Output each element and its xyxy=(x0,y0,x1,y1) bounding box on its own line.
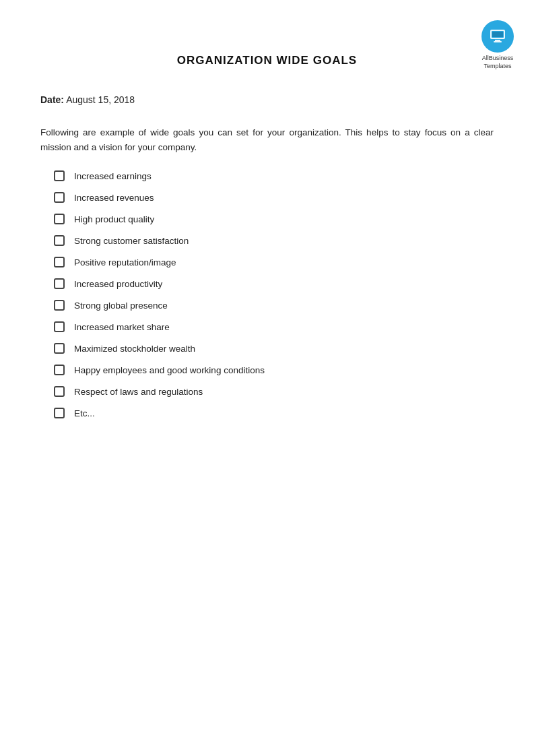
list-item-label: Happy employees and good working conditi… xyxy=(74,365,265,375)
list-item-label: Etc... xyxy=(74,408,95,418)
list-item: Strong customer satisfaction xyxy=(54,235,494,246)
list-item: Maximized stockholder wealth xyxy=(54,343,494,354)
checkbox-icon[interactable] xyxy=(54,300,65,311)
brand-name: AllBusiness Templates xyxy=(482,55,514,70)
checkbox-icon[interactable] xyxy=(54,365,65,375)
list-item-label: Strong customer satisfaction xyxy=(74,236,189,246)
goals-checklist: Increased earnings Increased revenues Hi… xyxy=(40,170,494,418)
list-item: Increased market share xyxy=(54,321,494,332)
svg-rect-4 xyxy=(492,32,503,37)
date-line: Date: August 15, 2018 xyxy=(40,94,494,105)
list-item: Increased revenues xyxy=(54,192,494,203)
checkbox-icon[interactable] xyxy=(54,235,65,246)
list-item: Respect of laws and regulations xyxy=(54,386,494,397)
checkbox-icon[interactable] xyxy=(54,343,65,354)
checkbox-icon[interactable] xyxy=(54,257,65,267)
checkbox-icon[interactable] xyxy=(54,192,65,203)
brand-logo: AllBusiness Templates xyxy=(481,20,514,70)
monitor-icon xyxy=(488,27,507,46)
date-value: August 15, 2018 xyxy=(66,94,135,105)
intro-paragraph: Following are example of wide goals you … xyxy=(40,125,494,154)
list-item: Strong global presence xyxy=(54,300,494,311)
date-label: Date: xyxy=(40,94,64,105)
checkbox-icon[interactable] xyxy=(54,278,65,289)
list-item-label: Positive reputation/image xyxy=(74,257,176,267)
list-item-label: Increased market share xyxy=(74,322,170,332)
list-item: Increased earnings xyxy=(54,170,494,181)
list-item-label: Strong global presence xyxy=(74,301,168,311)
checkbox-icon[interactable] xyxy=(54,170,65,181)
list-item-label: Respect of laws and regulations xyxy=(74,387,203,397)
logo-circle xyxy=(481,20,514,53)
checkbox-icon[interactable] xyxy=(54,408,65,418)
list-item: Increased productivity xyxy=(54,278,494,289)
list-item: High product quality xyxy=(54,214,494,224)
list-item: Etc... xyxy=(54,408,494,418)
svg-rect-1 xyxy=(495,40,500,41)
list-item-label: Increased productivity xyxy=(74,279,162,289)
list-item-label: Maximized stockholder wealth xyxy=(74,344,195,354)
checkbox-icon[interactable] xyxy=(54,214,65,224)
list-item: Happy employees and good working conditi… xyxy=(54,365,494,375)
checkbox-icon[interactable] xyxy=(54,321,65,332)
list-item: Positive reputation/image xyxy=(54,257,494,267)
page-title: ORGANIZATION WIDE GOALS xyxy=(40,54,494,67)
svg-rect-2 xyxy=(494,41,502,42)
list-item-label: Increased earnings xyxy=(74,171,152,181)
checkbox-icon[interactable] xyxy=(54,386,65,397)
list-item-label: Increased revenues xyxy=(74,193,154,203)
list-item-label: High product quality xyxy=(74,214,154,224)
